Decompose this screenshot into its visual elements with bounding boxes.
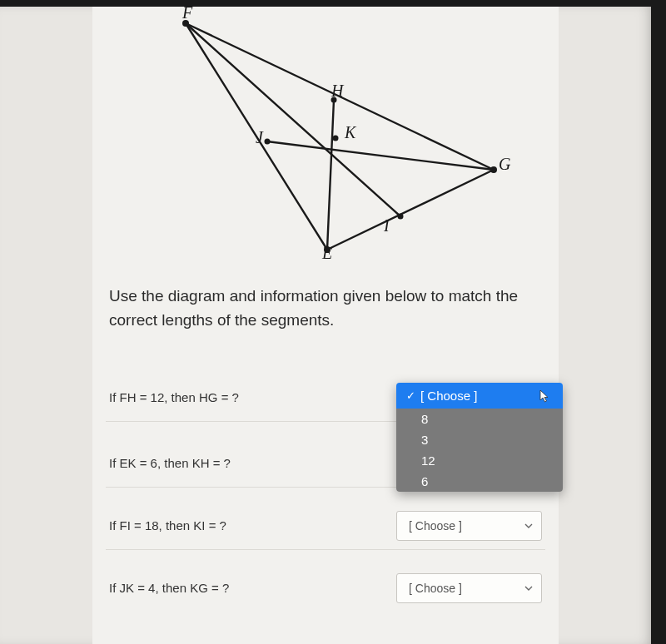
dropdown-option[interactable]: 3: [396, 429, 563, 450]
prompt-text: If FI = 18, then KI = ?: [109, 518, 386, 533]
select-placeholder: [ Choose ]: [409, 519, 462, 533]
vertex-label-j: J: [256, 128, 263, 147]
geometry-diagram: F H K G I J E: [134, 7, 517, 269]
vertex-label-i: I: [384, 216, 390, 235]
svg-point-8: [398, 214, 404, 220]
chevron-down-icon: [524, 584, 533, 592]
svg-line-2: [327, 100, 334, 250]
answer-select-3[interactable]: [ Choose ]: [396, 573, 542, 603]
instructions-text: Use the diagram and information given be…: [109, 284, 542, 333]
prompt-text: If EK = 6, then KH = ?: [109, 456, 386, 470]
chevron-down-icon: [524, 522, 533, 530]
page-surface: F H K G I J E Use the diagram and inform…: [0, 7, 651, 644]
dropdown-option[interactable]: 6: [396, 471, 563, 492]
check-icon: ✓: [406, 389, 415, 402]
answer-select-0[interactable]: ✓ [ Choose ] 8 3 12 6: [396, 383, 542, 413]
cursor-icon: [539, 389, 551, 405]
triangle-svg: [134, 7, 517, 269]
match-row-2: If FI = 18, then KI = ? [ Choose ]: [106, 503, 545, 550]
vertex-label-g: G: [499, 155, 510, 174]
select-placeholder: [ Choose ]: [409, 582, 462, 595]
dropdown-options-list: 8 3 12 6: [396, 409, 563, 492]
svg-line-3: [267, 141, 494, 170]
dropdown-selected-option[interactable]: ✓ [ Choose ]: [396, 383, 563, 409]
dropdown-option[interactable]: 12: [396, 450, 563, 471]
vertex-label-e: E: [322, 244, 332, 263]
match-row-0: If FH = 12, then HG = ? ✓ [ Choose ] 8: [106, 374, 545, 422]
answer-select-2[interactable]: [ Choose ]: [396, 511, 542, 541]
svg-line-1: [186, 23, 400, 216]
dropdown-selected-label: [ Choose ]: [420, 389, 477, 403]
svg-marker-0: [186, 23, 494, 250]
svg-point-10: [333, 136, 339, 141]
svg-point-6: [490, 166, 497, 173]
svg-point-9: [265, 139, 271, 145]
dropdown-option[interactable]: 8: [396, 409, 563, 429]
prompt-text: If JK = 4, then KG = ?: [109, 581, 386, 595]
vertex-label-h: H: [331, 82, 343, 101]
vertex-label-f: F: [182, 3, 192, 22]
dropdown-menu[interactable]: ✓ [ Choose ] 8 3 12 6: [396, 383, 563, 492]
prompt-text: If FH = 12, then HG = ?: [109, 390, 386, 404]
question-content: F H K G I J E Use the diagram and inform…: [92, 7, 559, 644]
screen-frame: F H K G I J E Use the diagram and inform…: [0, 0, 666, 644]
vertex-label-k: K: [345, 123, 355, 142]
match-row-3: If JK = 4, then KG = ? [ Choose ]: [106, 565, 545, 612]
